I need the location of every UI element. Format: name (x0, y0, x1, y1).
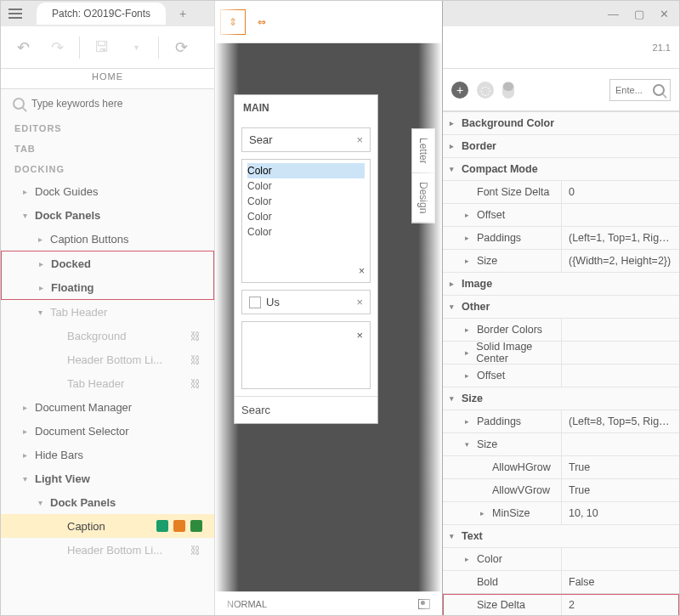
search-icon (13, 98, 25, 110)
prop-border-colors[interactable]: ▸Border Colors (443, 319, 679, 342)
prop-size-expanded[interactable]: ▾Size (443, 433, 679, 456)
checkbox-row[interactable]: Us × (241, 290, 371, 314)
layout-tool-1[interactable]: ⇕ (220, 9, 246, 35)
right-info-bar: 21.1 (443, 26, 679, 69)
prop-size-delta[interactable]: ▸Size Delta2 (443, 594, 679, 615)
prop-font-size-delta[interactable]: ▸Font Size Delta0 (443, 181, 679, 204)
side-tab-letter[interactable]: Letter (412, 129, 434, 173)
save-dropdown[interactable]: ▾ (121, 32, 151, 63)
side-tabs: Letter Design (411, 128, 435, 223)
prop-allow-v-grow[interactable]: ▸AllowVGrowTrue (443, 479, 679, 502)
toggle-switch[interactable] (502, 82, 514, 99)
link-icon (190, 377, 202, 389)
property-search-input[interactable] (615, 85, 648, 95)
prop-paddings-size[interactable]: ▸Paddings(Left=8, Top=5, Right... (443, 410, 679, 433)
maximize-icon[interactable]: ▢ (634, 8, 644, 20)
save-button[interactable]: 🖫 (87, 32, 117, 63)
group-border[interactable]: ▸Border (443, 135, 679, 158)
node-tab-header[interactable]: Tab Header (1, 300, 214, 324)
new-tab-button[interactable]: + (179, 7, 186, 20)
prop-allow-h-grow[interactable]: ▸AllowHGrowTrue (443, 456, 679, 479)
link-icon (190, 353, 202, 365)
color-list[interactable]: Color Color Color Color Color × (241, 159, 371, 283)
version-label: 21.1 (653, 42, 671, 53)
highlight-docked-floating: Docked Floating (1, 251, 214, 300)
node-background[interactable]: Background (1, 324, 214, 348)
tool-button[interactable]: ◌ (477, 82, 494, 99)
redo-button[interactable]: ↷ (42, 32, 72, 63)
home-tab[interactable]: HOME (1, 69, 214, 89)
node-caption-selected[interactable]: Caption (1, 514, 214, 538)
side-tab-design[interactable]: Design (412, 173, 434, 223)
node-hide-bars[interactable]: Hide Bars (1, 443, 214, 466)
prop-text-color[interactable]: ▸Color (443, 548, 679, 571)
node-dock-panels[interactable]: Dock Panels (1, 203, 214, 227)
group-size[interactable]: ▾Size (443, 387, 679, 410)
list-item[interactable]: Color (247, 178, 365, 194)
list-item[interactable]: Color (247, 209, 365, 224)
group-compact-mode[interactable]: ▾Compact Mode (443, 158, 679, 181)
search-field[interactable]: Sear× (241, 127, 371, 152)
node-floating[interactable]: Floating (2, 275, 213, 299)
minimize-icon[interactable]: — (608, 8, 619, 20)
undo-button[interactable]: ↶ (8, 32, 38, 63)
node-light-view[interactable]: Light View (1, 466, 214, 490)
group-text[interactable]: ▾Text (443, 525, 679, 548)
section-tab: TAB (1, 138, 214, 159)
group-image[interactable]: ▸Image (443, 273, 679, 296)
tree-view: EDITORS TAB DOCKING Dock Guides Dock Pan… (1, 118, 214, 615)
node-tab-header-leaf[interactable]: Tab Header (1, 371, 214, 395)
badge-darkgreen-icon (190, 520, 202, 532)
list-item[interactable]: Color (247, 194, 365, 209)
document-tab[interactable]: Patch: O2019C-Fonts (37, 3, 166, 25)
list-item[interactable]: Color (247, 163, 365, 178)
search-row (1, 89, 214, 118)
node-dock-guides[interactable]: Dock Guides (1, 179, 214, 203)
add-button[interactable]: + (451, 82, 468, 99)
close-icon[interactable]: ✕ (660, 8, 669, 20)
prop-paddings-compact[interactable]: ▸Paddings(Left=1, Top=1, Right... (443, 227, 679, 250)
left-title-bar: Patch: O2019C-Fonts + (1, 1, 214, 26)
clear-icon[interactable]: × (356, 296, 363, 308)
clear-icon[interactable]: × (356, 133, 363, 146)
mid-toolbar: ⇕ ⇔ (215, 1, 442, 43)
group-other[interactable]: ▾Other (443, 296, 679, 319)
caption-badges (156, 520, 202, 532)
prop-min-size[interactable]: ▸MinSize10, 10 (443, 502, 679, 525)
checkbox-icon[interactable] (249, 297, 261, 308)
group-background-color[interactable]: ▸Background Color (443, 112, 679, 135)
node-lv-header-bottom[interactable]: Header Bottom Li... (1, 538, 214, 562)
prop-offset[interactable]: ▸Offset (443, 204, 679, 227)
prop-size-compact[interactable]: ▸Size({Width=2, Height=2}) (443, 250, 679, 273)
right-tools: + ◌ (443, 69, 679, 111)
layout-tool-2[interactable]: ⇔ (249, 9, 275, 35)
link-icon (190, 544, 202, 556)
prop-offset-other[interactable]: ▸Offset (443, 365, 679, 387)
empty-slot: × (241, 321, 371, 389)
refresh-button[interactable]: ⟳ (166, 32, 196, 63)
dialog-footer: Searc (235, 396, 377, 423)
section-editors: EDITORS (1, 118, 214, 138)
node-document-manager[interactable]: Document Manager (1, 395, 214, 419)
link-icon (190, 330, 202, 342)
clear-icon[interactable]: × (359, 265, 365, 277)
search-input[interactable] (31, 98, 167, 110)
image-icon[interactable] (418, 599, 430, 609)
property-search[interactable] (609, 79, 671, 101)
node-document-selector[interactable]: Document Selector (1, 419, 214, 443)
node-caption-buttons[interactable]: Caption Buttons (1, 227, 214, 251)
clear-icon[interactable]: × (356, 329, 363, 342)
node-docked[interactable]: Docked (2, 251, 213, 275)
prop-bold[interactable]: ▸BoldFalse (443, 571, 679, 594)
left-toolbar: ↶ ↷ 🖫 ▾ ⟳ (1, 26, 214, 69)
node-lightview-dock-panels[interactable]: Dock Panels (1, 490, 214, 514)
hamburger-icon[interactable] (1, 1, 30, 26)
section-docking: DOCKING (1, 159, 214, 179)
badge-green-icon (156, 520, 168, 532)
node-header-bottom-line[interactable]: Header Bottom Li... (1, 348, 214, 371)
list-item[interactable]: Color (247, 224, 365, 240)
canvas-area: ⇕ ⇔ MAIN Sear× Color Color Color Color C… (215, 1, 443, 615)
status-mode: NORMAL (227, 599, 267, 609)
prop-solid-image-center[interactable]: ▸Solid Image Center (443, 342, 679, 365)
badge-orange-icon (173, 520, 185, 532)
